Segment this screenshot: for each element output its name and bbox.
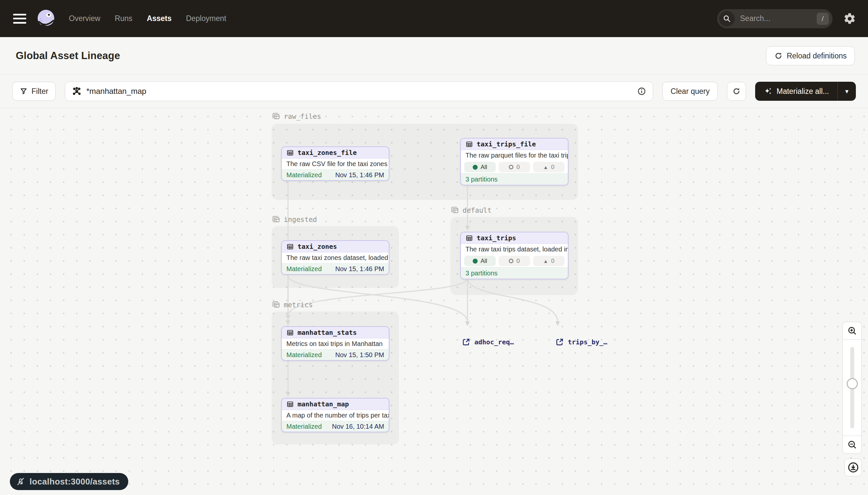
reload-definitions-button[interactable]: Reload definitions xyxy=(766,46,855,65)
download-image-button[interactable] xyxy=(844,459,862,476)
triangle-icon: ▲ xyxy=(543,259,548,263)
zoom-out-icon xyxy=(847,440,857,450)
status-badge: Materialized xyxy=(286,351,322,359)
refresh-icon xyxy=(732,87,741,96)
group-icon xyxy=(272,215,281,224)
browser-status-bubble: localhost:3000/assets xyxy=(10,473,128,490)
nav-runs[interactable]: Runs xyxy=(115,14,132,23)
group-icon xyxy=(272,112,281,121)
zoom-slider[interactable] xyxy=(843,340,862,436)
nav-overview[interactable]: Overview xyxy=(69,14,100,23)
asset-node-taxi-zones[interactable]: taxi_zones The raw taxi zones dataset, l… xyxy=(281,240,389,275)
asset-node-taxi-trips[interactable]: taxi_trips The raw taxi trips dataset, l… xyxy=(460,232,568,279)
asset-name: taxi_zones xyxy=(298,243,337,251)
nav-deployment[interactable]: Deployment xyxy=(186,14,226,23)
circle-outline-icon xyxy=(509,259,513,263)
asset-description: A map of the number of trips per taxi z.… xyxy=(282,410,389,421)
zoom-in-button[interactable] xyxy=(843,322,862,340)
asset-node-manhattan-map[interactable]: manhattan_map A map of the number of tri… xyxy=(281,398,389,432)
all-dot-icon xyxy=(473,259,478,263)
status-timestamp: Nov 15, 1:46 PM xyxy=(335,171,384,179)
status-badge: Materialized xyxy=(286,423,322,430)
asset-node-manhattan-stats[interactable]: manhattan_stats Metrics on taxi trips in… xyxy=(281,326,389,361)
group-icon xyxy=(450,206,459,215)
top-navbar: Overview Runs Assets Deployment Search..… xyxy=(0,0,868,37)
table-icon xyxy=(465,140,473,148)
group-label-ingested[interactable]: ingested xyxy=(272,215,317,224)
download-icon xyxy=(847,462,859,473)
group-label-raw-files[interactable]: raw_files xyxy=(272,112,321,121)
lineage-toolbar: Filter *manhattan_map Clear query xyxy=(0,75,868,108)
partition-badge-missing: 0 xyxy=(499,162,530,172)
search-icon xyxy=(719,11,735,27)
lock-slash-icon xyxy=(16,477,25,487)
circle-outline-icon xyxy=(509,165,513,169)
zoom-slider-handle[interactable] xyxy=(847,378,858,389)
search-placeholder: Search... xyxy=(740,14,817,23)
external-node-adhoc-request[interactable]: adhoc_req… xyxy=(462,338,514,346)
partitions-count: 3 partitions xyxy=(461,267,568,279)
main-nav: Overview Runs Assets Deployment xyxy=(69,14,226,23)
zoom-out-button[interactable] xyxy=(843,436,862,453)
hamburger-icon[interactable] xyxy=(13,14,26,24)
asset-name: taxi_zones_file xyxy=(298,149,357,157)
status-timestamp: Nov 15, 1:50 PM xyxy=(335,351,384,359)
asset-name: taxi_trips_file xyxy=(477,140,536,148)
status-timestamp: Nov 16, 10:14 AM xyxy=(332,423,384,430)
external-node-trips-by[interactable]: trips_by_… xyxy=(555,338,607,346)
partition-badge-missing: 0 xyxy=(499,256,530,266)
asset-description: The raw taxi zones dataset, loaded int..… xyxy=(282,252,389,263)
triangle-icon: ▲ xyxy=(543,165,548,170)
table-icon xyxy=(465,234,473,242)
asset-node-taxi-trips-file[interactable]: taxi_trips_file The raw parquet files fo… xyxy=(460,138,568,186)
lineage-canvas[interactable]: raw_files ingested default metrics xyxy=(0,108,868,495)
asset-query-input[interactable]: *manhattan_map xyxy=(65,81,653,101)
asset-node-taxi-zones-file[interactable]: taxi_zones_file The raw CSV file for the… xyxy=(281,147,389,181)
external-link-icon xyxy=(555,338,564,346)
zoom-in-icon xyxy=(847,326,857,336)
asset-description: The raw parquet files for the taxi trips… xyxy=(461,150,568,161)
info-icon[interactable] xyxy=(637,87,646,96)
table-icon xyxy=(286,149,294,157)
query-value: *manhattan_map xyxy=(86,87,633,96)
page-header: Global Asset Lineage Reload definitions xyxy=(0,37,868,75)
clear-query-button[interactable]: Clear query xyxy=(662,82,718,101)
page-title: Global Asset Lineage xyxy=(16,50,120,62)
materialize-dropdown-caret[interactable]: ▾ xyxy=(837,82,856,101)
asset-name: manhattan_map xyxy=(298,400,349,408)
gear-icon[interactable] xyxy=(843,12,856,25)
partition-badge-failed: ▲0 xyxy=(533,256,565,266)
group-label-default[interactable]: default xyxy=(450,206,492,215)
materialize-all-button[interactable]: Materialize all... ▾ xyxy=(755,82,856,101)
sparkle-icon xyxy=(764,87,772,96)
partitions-count: 3 partitions xyxy=(461,173,568,185)
group-label-metrics[interactable]: metrics xyxy=(272,300,313,309)
all-dot-icon xyxy=(473,165,478,170)
table-icon xyxy=(286,329,294,337)
table-icon xyxy=(286,400,294,408)
external-link-icon xyxy=(462,338,471,346)
dagster-logo[interactable] xyxy=(36,9,56,29)
status-badge: Materialized xyxy=(286,171,322,179)
table-icon xyxy=(286,243,294,251)
asset-name: manhattan_stats xyxy=(298,328,357,337)
asset-description: Metrics on taxi trips in Manhattan xyxy=(282,338,389,349)
slash-shortcut-badge: / xyxy=(817,13,829,24)
status-badge: Materialized xyxy=(286,265,322,273)
partition-badge-all: All xyxy=(464,162,496,172)
asset-name: taxi_trips xyxy=(477,234,516,242)
status-url: localhost:3000/assets xyxy=(30,477,120,487)
status-timestamp: Nov 15, 1:46 PM xyxy=(335,265,384,273)
group-icon xyxy=(272,300,281,309)
filter-button[interactable]: Filter xyxy=(12,82,56,101)
zoom-panel xyxy=(843,322,862,454)
filter-icon xyxy=(20,87,28,95)
nav-assets[interactable]: Assets xyxy=(147,14,172,23)
partition-badge-all: All xyxy=(464,256,496,266)
reload-icon xyxy=(774,52,783,60)
search-input[interactable]: Search... / xyxy=(717,9,833,28)
partition-badge-failed: ▲0 xyxy=(533,162,565,172)
asset-graph-icon xyxy=(72,86,82,96)
refresh-button[interactable] xyxy=(727,82,746,101)
asset-description: The raw taxi trips dataset, loaded into … xyxy=(461,244,568,255)
